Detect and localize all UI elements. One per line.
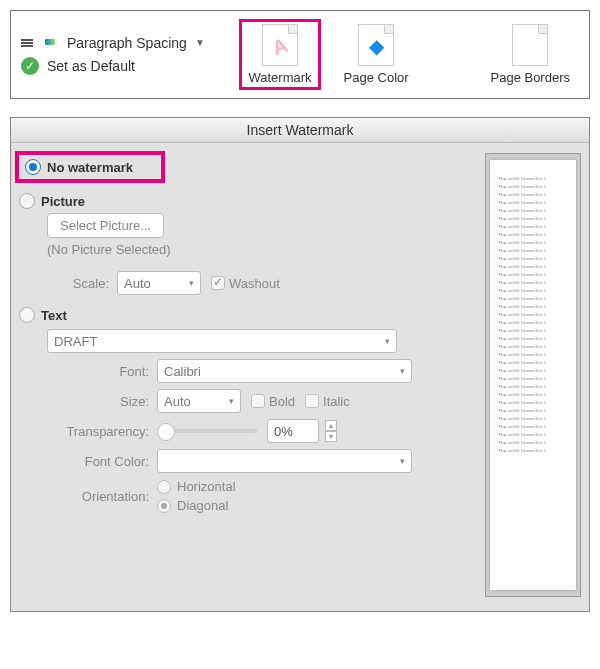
orientation-label: Orientation: [47, 489, 157, 504]
preview-line: The quick brown fox j [498, 176, 572, 180]
preview-line: The quick brown fox j [498, 288, 572, 292]
preview-line: The quick brown fox j [498, 184, 572, 188]
no-watermark-label: No watermark [47, 160, 133, 175]
preview-line: The quick brown fox j [498, 256, 572, 260]
preview-line: The quick brown fox j [498, 328, 572, 332]
transparency-label: Transparency: [47, 424, 157, 439]
watermark-text-select[interactable]: DRAFT ▾ [47, 329, 397, 353]
preview-line: The quick brown fox j [498, 240, 572, 244]
text-label: Text [41, 308, 67, 323]
preview-line: The quick brown fox j [498, 384, 572, 388]
watermark-preview: The quick brown fox j The quick brown fo… [485, 153, 581, 597]
preview-line: The quick brown fox j [498, 224, 572, 228]
paragraph-spacing-button[interactable]: Paragraph Spacing ▼ [21, 32, 225, 54]
size-value: Auto [164, 394, 191, 409]
set-default-label: Set as Default [47, 58, 135, 74]
horizontal-radio[interactable] [157, 480, 171, 494]
size-label: Size: [47, 394, 157, 409]
preview-line: The quick brown fox j [498, 416, 572, 420]
preview-line: The quick brown fox j [498, 424, 572, 428]
preview-line: The quick brown fox j [498, 296, 572, 300]
scale-label: Scale: [47, 276, 117, 291]
size-select[interactable]: Auto ▾ [157, 389, 241, 413]
preview-line: The quick brown fox j [498, 280, 572, 284]
font-label: Font: [47, 364, 157, 379]
preview-page: The quick brown fox j The quick brown fo… [490, 160, 576, 590]
preview-line: The quick brown fox j [498, 440, 572, 444]
set-default-button[interactable]: ✓ Set as Default [21, 54, 225, 78]
scale-value: Auto [124, 276, 151, 291]
page-borders-label: Page Borders [491, 70, 571, 85]
watermark-label: Watermark [248, 70, 311, 85]
page-color-label: Page Color [344, 70, 409, 85]
chevron-down-icon: ▾ [400, 456, 405, 466]
preview-line: The quick brown fox j [498, 400, 572, 404]
preview-line: The quick brown fox j [498, 368, 572, 372]
preview-line: The quick brown fox j [498, 192, 572, 196]
chevron-down-icon: ▾ [385, 336, 390, 346]
transparency-slider[interactable] [157, 429, 257, 433]
bold-label: Bold [269, 394, 295, 409]
watermark-text-value: DRAFT [54, 334, 97, 349]
page-color-icon: ◆ [358, 24, 394, 66]
scale-select[interactable]: Auto ▾ [117, 271, 201, 295]
preview-line: The quick brown fox j [498, 200, 572, 204]
preview-line: The quick brown fox j [498, 264, 572, 268]
insert-watermark-dialog: Insert Watermark No watermark Picture Se… [10, 117, 590, 612]
preview-line: The quick brown fox j [498, 232, 572, 236]
washout-label: Washout [229, 276, 280, 291]
page-borders-button[interactable]: Page Borders [482, 19, 580, 90]
no-picture-selected-note: (No Picture Selected) [47, 238, 475, 265]
picture-label: Picture [41, 194, 85, 209]
preview-line: The quick brown fox j [498, 304, 572, 308]
preview-line: The quick brown fox j [498, 432, 572, 436]
watermark-button[interactable]: A Watermark [239, 19, 320, 90]
italic-checkbox[interactable] [305, 394, 319, 408]
preview-line: The quick brown fox j [498, 336, 572, 340]
line-spacing-icon [21, 39, 33, 47]
font-value: Calibri [164, 364, 201, 379]
brush-icon [43, 37, 59, 49]
preview-line: The quick brown fox j [498, 312, 572, 316]
preview-line: The quick brown fox j [498, 392, 572, 396]
chevron-down-icon: ▾ [189, 278, 194, 288]
chevron-down-icon: ▼ [195, 37, 205, 48]
paragraph-spacing-label: Paragraph Spacing [67, 35, 187, 51]
watermark-icon: A [262, 24, 298, 66]
font-color-select[interactable]: ▾ [157, 449, 412, 473]
preview-line: The quick brown fox j [498, 272, 572, 276]
check-circle-icon: ✓ [21, 57, 39, 75]
chevron-down-icon: ▾ [229, 396, 234, 406]
preview-line: The quick brown fox j [498, 248, 572, 252]
preview-line: The quick brown fox j [498, 320, 572, 324]
ribbon-toolbar: Paragraph Spacing ▼ ✓ Set as Default A W… [10, 10, 590, 99]
diagonal-label: Diagonal [177, 498, 228, 513]
preview-line: The quick brown fox j [498, 216, 572, 220]
page-color-button[interactable]: ◆ Page Color [335, 19, 418, 90]
page-borders-icon [512, 24, 548, 66]
font-select[interactable]: Calibri ▾ [157, 359, 412, 383]
preview-line: The quick brown fox j [498, 352, 572, 356]
text-radio[interactable] [19, 307, 35, 323]
preview-line: The quick brown fox j [498, 208, 572, 212]
preview-line: The quick brown fox j [498, 360, 572, 364]
preview-line: The quick brown fox j [498, 448, 572, 452]
font-color-label: Font Color: [47, 454, 157, 469]
no-watermark-highlight: No watermark [15, 151, 165, 183]
horizontal-label: Horizontal [177, 479, 236, 494]
dialog-title: Insert Watermark [11, 118, 589, 143]
preview-line: The quick brown fox j [498, 344, 572, 348]
picture-radio[interactable] [19, 193, 35, 209]
ribbon-left-group: Paragraph Spacing ▼ ✓ Set as Default [21, 32, 225, 78]
preview-line: The quick brown fox j [498, 376, 572, 380]
select-picture-button[interactable]: Select Picture... [47, 213, 164, 238]
italic-label: Italic [323, 394, 350, 409]
washout-checkbox[interactable] [211, 276, 225, 290]
transparency-stepper[interactable]: ▲▼ [325, 420, 337, 442]
no-watermark-radio[interactable] [25, 159, 41, 175]
transparency-value[interactable]: 0% [267, 419, 319, 443]
preview-line: The quick brown fox j [498, 408, 572, 412]
chevron-down-icon: ▾ [400, 366, 405, 376]
bold-checkbox[interactable] [251, 394, 265, 408]
diagonal-radio[interactable] [157, 499, 171, 513]
